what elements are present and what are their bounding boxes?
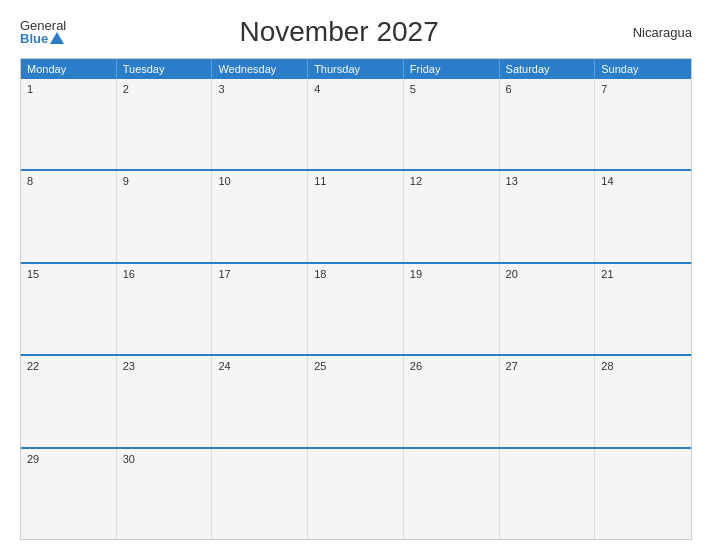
day-number: 15 [27,268,39,280]
day-number: 28 [601,360,613,372]
day-cell [595,449,691,539]
day-number: 19 [410,268,422,280]
day-header-thursday: Thursday [308,59,404,79]
country-label: Nicaragua [612,25,692,40]
day-cell: 2 [117,79,213,169]
day-cell: 14 [595,171,691,261]
day-cell: 11 [308,171,404,261]
day-cell: 19 [404,264,500,354]
day-cell: 10 [212,171,308,261]
day-cell: 30 [117,449,213,539]
day-number: 2 [123,83,129,95]
day-number: 18 [314,268,326,280]
day-cell: 25 [308,356,404,446]
day-cell: 12 [404,171,500,261]
day-number: 9 [123,175,129,187]
day-cell: 17 [212,264,308,354]
day-number: 3 [218,83,224,95]
week-row-3: 15161718192021 [21,262,691,354]
day-cell: 16 [117,264,213,354]
day-cell: 7 [595,79,691,169]
logo: General Blue [20,19,66,45]
day-number: 14 [601,175,613,187]
day-cell: 24 [212,356,308,446]
day-cell [212,449,308,539]
day-cell: 28 [595,356,691,446]
day-number: 22 [27,360,39,372]
day-header-wednesday: Wednesday [212,59,308,79]
day-number: 13 [506,175,518,187]
day-number: 23 [123,360,135,372]
day-cell: 18 [308,264,404,354]
day-cell: 5 [404,79,500,169]
month-title: November 2027 [66,16,612,48]
day-number: 21 [601,268,613,280]
day-cell: 15 [21,264,117,354]
day-cell: 6 [500,79,596,169]
day-cell: 20 [500,264,596,354]
day-header-friday: Friday [404,59,500,79]
day-cell: 23 [117,356,213,446]
day-cell: 29 [21,449,117,539]
day-header-tuesday: Tuesday [117,59,213,79]
day-cell: 3 [212,79,308,169]
day-cell: 8 [21,171,117,261]
day-headers-row: MondayTuesdayWednesdayThursdayFridaySatu… [21,59,691,79]
day-number: 12 [410,175,422,187]
day-number: 17 [218,268,230,280]
week-row-5: 2930 [21,447,691,539]
day-number: 20 [506,268,518,280]
day-number: 10 [218,175,230,187]
day-number: 29 [27,453,39,465]
day-number: 27 [506,360,518,372]
day-number: 30 [123,453,135,465]
day-cell: 26 [404,356,500,446]
calendar-body: 1234567891011121314151617181920212223242… [21,79,691,539]
week-row-1: 1234567 [21,79,691,169]
day-header-sunday: Sunday [595,59,691,79]
day-cell: 13 [500,171,596,261]
day-number: 1 [27,83,33,95]
day-cell: 22 [21,356,117,446]
day-number: 5 [410,83,416,95]
day-header-monday: Monday [21,59,117,79]
day-cell: 4 [308,79,404,169]
day-number: 4 [314,83,320,95]
day-number: 8 [27,175,33,187]
logo-blue-text: Blue [20,32,64,45]
calendar-grid: MondayTuesdayWednesdayThursdayFridaySatu… [20,58,692,540]
week-row-4: 22232425262728 [21,354,691,446]
day-cell [404,449,500,539]
calendar-header: General Blue November 2027 Nicaragua [20,16,692,48]
day-number: 6 [506,83,512,95]
day-number: 26 [410,360,422,372]
day-cell [500,449,596,539]
day-cell: 27 [500,356,596,446]
day-cell: 9 [117,171,213,261]
calendar-container: General Blue November 2027 Nicaragua Mon… [0,0,712,550]
day-cell [308,449,404,539]
week-row-2: 891011121314 [21,169,691,261]
day-cell: 1 [21,79,117,169]
day-number: 24 [218,360,230,372]
day-number: 25 [314,360,326,372]
day-cell: 21 [595,264,691,354]
logo-triangle-icon [50,32,64,44]
day-header-saturday: Saturday [500,59,596,79]
day-number: 7 [601,83,607,95]
day-number: 16 [123,268,135,280]
day-number: 11 [314,175,326,187]
